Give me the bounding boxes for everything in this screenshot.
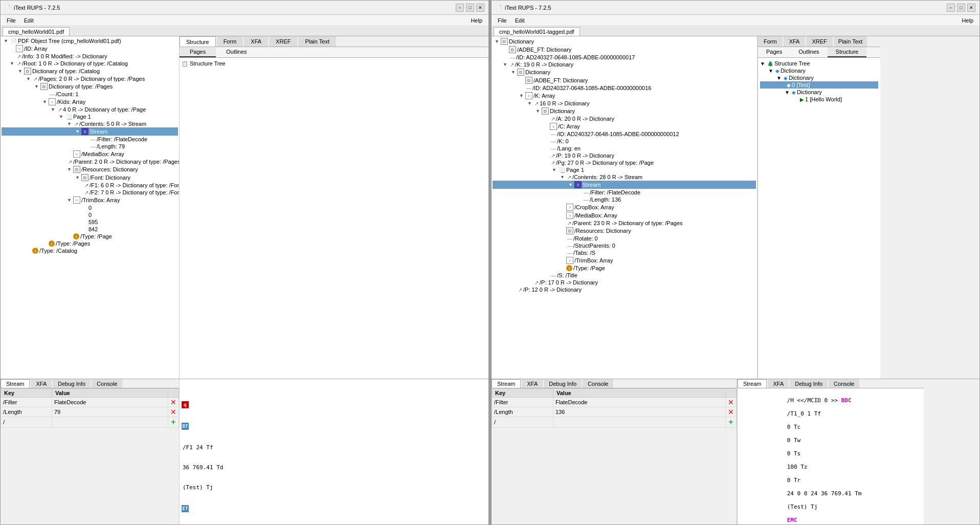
struct-tree-root[interactable]: 📋 Structure Tree (182, 60, 486, 67)
expand-dict2[interactable]: ▼ (511, 70, 517, 75)
w2-rotate[interactable]: — /Rotate: 0 (493, 235, 756, 242)
w2-struct-dict1[interactable]: ▼ ◆ Dictionary (760, 67, 878, 74)
kv-row-new[interactable]: / + (1, 417, 179, 428)
w2-16-dict[interactable]: ▼ ↗ 16 0 R -> Dictionary (493, 100, 756, 107)
kv-row-length[interactable]: /Length 79 ✕ (1, 407, 179, 417)
w2-lang[interactable]: — /Lang: en (493, 145, 756, 152)
w2-trimbox[interactable]: = /TrimBox: Array (493, 256, 756, 265)
w2-tab-xref[interactable]: XREF (806, 36, 832, 47)
tree-item-pages-link[interactable]: ▼ ↗ /Pages: 2 0 R -> Dictionary of type:… (2, 75, 178, 82)
w2-right-tab-stream[interactable]: Stream (738, 379, 767, 388)
window1-minimize[interactable]: − (456, 4, 464, 12)
expand-contents28[interactable]: ▼ (560, 174, 566, 180)
tree-item-stream[interactable]: ▼ S Stream (2, 127, 178, 136)
delete-length-btn[interactable]: ✕ (170, 408, 176, 416)
window2-minimize[interactable]: − (947, 4, 955, 12)
w2-c-arr[interactable]: = /C: Array (493, 122, 756, 130)
tree-item-type-pages[interactable]: i /Type: /Pages (2, 240, 178, 247)
tree-item-root[interactable]: ▼ ↗ /Root: 1 0 R -> Dictionary of type: … (2, 60, 178, 67)
w2-a-20[interactable]: ↗ /A: 20 0 R -> Dictionary (493, 115, 756, 122)
w2-btab-stream[interactable]: Stream (492, 379, 521, 388)
kv-row-filter[interactable]: /Filter FlateDecode ✕ (1, 398, 179, 407)
w2-right-tab-debug[interactable]: Debug Info (790, 379, 828, 388)
btab-debug[interactable]: Debug Info (53, 379, 91, 388)
expand-catalog[interactable]: ▼ (18, 69, 24, 74)
expand-font[interactable]: ▼ (75, 175, 81, 180)
tree-item-tb-595[interactable]: 595 (2, 218, 178, 226)
window2-maximize[interactable]: □ (957, 4, 965, 12)
expand-resources[interactable]: ▼ (67, 167, 73, 172)
tree-item-type-page[interactable]: i /Type: /Page (2, 233, 178, 240)
tree-item-type-catalog[interactable]: i /Type: /Catalog (2, 247, 178, 254)
w2-struct-dict2[interactable]: ▼ ◆ Dictionary (760, 74, 878, 81)
w2-struct-root[interactable]: ▼ 🌲 Structure Tree (760, 60, 878, 67)
w2-p-12[interactable]: ↗ /P: 12 0 R -> Dictionary (493, 286, 756, 293)
tree-item-pdf-root[interactable]: ▼ 📄 PDF Object Tree (cmp_helloWorld01.pd… (2, 37, 178, 45)
expand-dict3[interactable]: ▼ (536, 108, 542, 114)
expand-dict-root[interactable]: ▼ (495, 39, 501, 44)
window1-help[interactable]: Help (466, 16, 486, 25)
w2-subtab-pages[interactable]: Pages (758, 47, 790, 57)
w2-delete-filter-btn[interactable]: ✕ (728, 398, 734, 406)
tree-item-pages-dict[interactable]: ▼ D Dictionary of type: /Pages (2, 82, 178, 91)
window1-maximize[interactable]: □ (466, 4, 474, 12)
expand-page[interactable]: ▼ (51, 107, 57, 112)
expand-contents[interactable]: ▼ (67, 121, 73, 126)
expand-page1-w2[interactable]: ▼ (552, 167, 558, 172)
expand-trimbox[interactable]: ▼ (67, 198, 73, 203)
tree-item-length[interactable]: — /Length: 79 (2, 143, 178, 150)
tree-item-page1[interactable]: ▼ 📃 Page 1 (2, 113, 178, 120)
w2-parent-23[interactable]: ↗ /Parent: 23 0 R -> Dictionary of type:… (493, 220, 756, 227)
w2-k-19[interactable]: ▼ ↗ /K: 19 0 R -> Dictionary (493, 61, 756, 68)
w2-pg-27[interactable]: ↗ /Pg: 27 0 R -> Dictionary of type: /Pa… (493, 159, 756, 166)
tree-item-mediabox[interactable]: = /MediaBox: Array (2, 150, 178, 158)
w2-dict-2[interactable]: ▼ D Dictionary (493, 68, 756, 76)
w2-subtab-outlines[interactable]: Outlines (790, 47, 827, 57)
expand-icon[interactable]: ▼ (4, 38, 10, 43)
w2-struct-helloworld[interactable]: ▶ 1 [Hello World] (760, 96, 878, 103)
w2-btab-console[interactable]: Console (583, 379, 613, 388)
w2-kv-row-new[interactable]: / + (492, 417, 737, 428)
w2-struct-dict3-selected[interactable]: ◆ 0 [Test] (760, 81, 878, 89)
tree-item-id[interactable]: = /ID: Array (2, 45, 178, 53)
tab-xfa[interactable]: XFA (244, 36, 268, 47)
window2-file-tab[interactable]: cmp_helloWorld01-tagged.pdf (494, 27, 580, 36)
w2-adbe-ft[interactable]: D /ADBE_FT: Dictionary (493, 46, 756, 54)
expand-pages-dict[interactable]: ▼ (34, 84, 40, 89)
w2-cropbox[interactable]: = /CropBox: Array (493, 203, 756, 211)
w2-adbe-ft-2[interactable]: D /ADBE_FT: Dictionary (493, 76, 756, 84)
tree-item-catalog-dict[interactable]: ▼ D Dictionary of type: /Catalog (2, 67, 178, 75)
tree-item-parent[interactable]: ↗ /Parent: 2 0 R -> Dictionary of type: … (2, 158, 178, 165)
tree-item-tb-842[interactable]: 842 (2, 226, 178, 233)
tree-item-tb-0a[interactable]: 0 (2, 204, 178, 211)
window1-close[interactable]: ✕ (476, 4, 484, 12)
btab-stream[interactable]: Stream (1, 379, 30, 388)
w2-resources[interactable]: D /Resources: Dictionary (493, 227, 756, 235)
tree-item-f2[interactable]: ↗ /F2: 7 0 R -> Dictionary of type: /Fon… (2, 189, 178, 196)
tab-xref[interactable]: XREF (269, 36, 297, 47)
expand-kids[interactable]: ▼ (42, 99, 49, 104)
w2-filter[interactable]: — /Filter: /FlateDecode (493, 189, 756, 196)
tab-plaintext[interactable]: Plain Text (298, 36, 336, 47)
btab-console[interactable]: Console (92, 379, 122, 388)
expand-stream-w2[interactable]: ▼ (568, 182, 574, 187)
w2-struct-dict4[interactable]: ▼ ◆ Dictionary (760, 89, 878, 96)
w2-structparents[interactable]: — /StructParents: 0 (493, 242, 756, 249)
expand-16[interactable]: ▼ (527, 101, 533, 106)
w2-type-page[interactable]: i /Type: /Page (493, 265, 756, 272)
w2-s-title[interactable]: — /S: /Title (493, 272, 756, 279)
expand-k19[interactable]: ▼ (503, 62, 509, 67)
tree-item-trimbox[interactable]: ▼ = /TrimBox: Array (2, 196, 178, 204)
expand-k-arr[interactable]: ▼ (519, 93, 525, 98)
window2-close[interactable]: ✕ (967, 4, 975, 12)
window2-menu-edit[interactable]: Edit (511, 16, 529, 25)
tree-item-info[interactable]: ↗ /Info: 3 0 R Modified: -> Dictionary (2, 53, 178, 60)
expand-page1[interactable]: ▼ (59, 114, 65, 119)
delete-filter-btn[interactable]: ✕ (170, 398, 176, 406)
subtab-pages[interactable]: Pages (180, 47, 216, 57)
w2-k-arr[interactable]: ▼ = /K: Array (493, 92, 756, 100)
w2-kv-row-filter[interactable]: /Filter FlateDecode ✕ (492, 398, 737, 407)
tree-item-filter[interactable]: — /Filter: /FlateDecode (2, 136, 178, 143)
w2-btab-debug[interactable]: Debug Info (544, 379, 582, 388)
tab-structure[interactable]: Structure (180, 36, 216, 47)
